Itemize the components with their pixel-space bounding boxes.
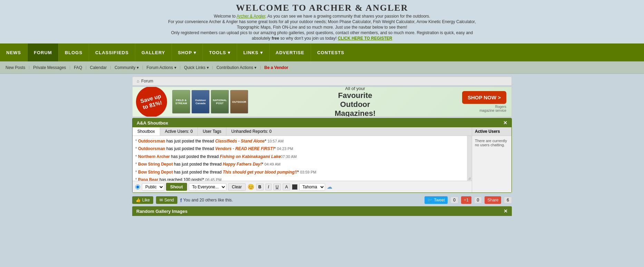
msg-text1: has reached 100 posts!* xyxy=(158,177,205,181)
subnav-sep5: | xyxy=(142,66,143,69)
color-button[interactable]: A xyxy=(283,184,290,190)
bullet: * xyxy=(135,139,138,144)
list-item: * Bow String Depot has just posted the t… xyxy=(135,160,464,168)
nav-shop[interactable]: SHOP ▾ xyxy=(172,43,203,61)
list-item: * Outdoorsman has just posted the thread… xyxy=(135,145,464,152)
user-link[interactable]: Outdoorsman xyxy=(138,139,165,144)
site-link[interactable]: Archer & Angler xyxy=(236,14,265,19)
cloud-button[interactable]: ☁ xyxy=(327,184,332,190)
thread-link[interactable]: Vendors - READ HERE FIRST! xyxy=(215,146,274,151)
like-button[interactable]: 👍 Like xyxy=(132,196,153,204)
italic-button[interactable]: I xyxy=(265,184,271,190)
user-link[interactable]: Bow String Depot xyxy=(138,170,173,175)
msg-text2: * xyxy=(262,162,264,167)
user-link[interactable]: Papa Bear xyxy=(138,177,158,181)
to-dropdown[interactable]: To Everyone... xyxy=(189,183,226,191)
nav-news[interactable]: NEWS xyxy=(0,43,28,61)
welcome-p3: Topographic Maps, Fish ON-Line and so mu… xyxy=(21,25,623,30)
subnav-sep6: | xyxy=(180,66,181,69)
emoji-button[interactable]: 😊 xyxy=(247,184,254,190)
main-nav: NEWS FORUM BLOGS CLASSIFIEDS GALLERY SHO… xyxy=(0,43,644,61)
send-icon: ✉ xyxy=(159,198,163,202)
ad-save-badge[interactable]: Save upto 81%! xyxy=(133,87,170,117)
nav-links[interactable]: LINKS ▾ xyxy=(237,43,270,61)
thread-link[interactable]: Fishing on Kabinakagami Lake xyxy=(220,154,281,159)
forum-link[interactable]: Forum xyxy=(141,79,153,83)
subnav-community[interactable]: Community ▾ xyxy=(112,64,142,71)
msg-text1: has just posted the thread xyxy=(170,154,220,159)
tab-shoutbox[interactable]: Shoutbox xyxy=(133,127,160,136)
msg-time: 03:59 PM xyxy=(300,170,316,174)
user-link[interactable]: Northern Archer xyxy=(138,154,170,159)
subnav-forum-actions[interactable]: Forum Actions ▾ xyxy=(144,64,179,71)
subnav-private-messages[interactable]: Private Messages xyxy=(30,64,69,71)
bullet: * xyxy=(135,146,138,151)
shoutbox-tabs: Shoutbox Active Users: 0 User Tags Unhan… xyxy=(133,127,472,136)
subnav-new-posts[interactable]: New Posts xyxy=(3,64,28,71)
twitter-icon: 🐦 xyxy=(427,198,432,202)
tweet-count: 0 xyxy=(450,197,458,204)
shout-button[interactable]: Shout xyxy=(166,183,187,191)
gplus-count: 0 xyxy=(474,197,482,204)
font-select[interactable]: Tahoma Arial Verdana Georgia xyxy=(299,183,325,191)
site-title: WELCOME TO ARCHER & ANGLER xyxy=(21,3,623,13)
bullet: * xyxy=(135,154,138,159)
thumbs-up-icon: 👍 xyxy=(136,198,141,202)
subnav-sep3: | xyxy=(86,66,87,69)
subnav-be-vendor[interactable]: Be a Vendor xyxy=(262,64,291,71)
user-link[interactable]: Bow String Depot xyxy=(138,162,173,167)
nav-classifieds[interactable]: CLASSIFIEDS xyxy=(89,43,135,61)
nav-blogs[interactable]: BLOGS xyxy=(59,43,89,61)
subnav-calendar[interactable]: Calendar xyxy=(87,64,110,71)
ad-fav: All of your xyxy=(253,87,457,91)
shout-radio[interactable] xyxy=(135,185,140,189)
tab-user-tags[interactable]: User Tags xyxy=(198,127,226,136)
home-icon: ⌂ xyxy=(137,79,139,83)
nav-contests[interactable]: CONTESTS xyxy=(311,43,351,61)
bullet: * xyxy=(135,177,138,181)
list-item: * Northern Archer has just posted the th… xyxy=(135,153,464,160)
ad-outdoor: Favourite xyxy=(253,91,457,100)
gplus-button[interactable]: +1 xyxy=(461,196,471,204)
page-wrapper: ⌂ Forum Save upto 81%! FIELD &STREAM Out… xyxy=(0,77,644,216)
send-button[interactable]: ✉ Send xyxy=(156,196,177,204)
tweet-button[interactable]: 🐦 Tweet xyxy=(425,196,448,204)
subnav-sep2: | xyxy=(69,66,70,69)
breadcrumb: ⌂ Forum xyxy=(132,77,512,86)
thread-link[interactable]: Classifieds - Stand Alone xyxy=(215,139,265,144)
nav-tools[interactable]: TOOLS ▾ xyxy=(203,43,237,61)
share-button[interactable]: Share xyxy=(485,196,501,204)
share-count: 6 xyxy=(504,197,512,204)
shop-now-button[interactable]: SHOP NOW > xyxy=(462,91,506,104)
color-swatch[interactable] xyxy=(292,184,297,190)
list-item: * Outdoorsman has just posted the thread… xyxy=(135,137,464,145)
ad-right: SHOP NOW > Rogersmagazine service xyxy=(462,91,511,112)
nav-gallery[interactable]: GALLERY xyxy=(135,43,172,61)
thread-link[interactable]: This should get your blood pumping!! xyxy=(223,170,297,175)
active-users-sidebar: Active Users There are currently no user… xyxy=(472,127,511,192)
active-users-content: There are currently no users chatting. xyxy=(472,136,511,150)
subnav-contribution-actions[interactable]: Contribution Actions ▾ xyxy=(214,64,259,71)
subnav-faq[interactable]: FAQ xyxy=(71,64,85,71)
gallery-close-icon[interactable]: ✕ xyxy=(504,208,508,214)
underline-button[interactable]: U xyxy=(273,184,281,190)
nav-forum[interactable]: FORUM xyxy=(28,43,59,61)
shoutbox-title: A&A Shoutbox xyxy=(137,120,168,126)
msg-text1: has just posted the thread xyxy=(165,146,215,151)
msg-time: 04:49 AM xyxy=(264,162,280,166)
clear-button[interactable]: Clear xyxy=(228,183,246,191)
msg-time: 10:57 AM xyxy=(267,139,283,143)
shout-type-dropdown[interactable]: Public xyxy=(142,183,164,191)
bold-button[interactable]: B xyxy=(256,184,264,190)
shoutbox-close-icon[interactable]: ✕ xyxy=(503,120,507,126)
user-link[interactable]: Outdoorsman xyxy=(138,146,165,151)
resize-handle[interactable]: ⊿ xyxy=(467,136,472,181)
subnav-quick-links[interactable]: Quick Links ▾ xyxy=(181,64,211,71)
tab-unhandled-reports[interactable]: Unhandled Reports: 0 xyxy=(226,127,276,136)
welcome-p2: For your convenience Archer & Angler has… xyxy=(21,19,623,24)
nav-advertise[interactable]: ADVERTISE xyxy=(270,43,311,61)
thread-link[interactable]: Happy Fathers Day! xyxy=(223,162,262,167)
register-link[interactable]: CLICK HERE TO REGISTER xyxy=(338,36,392,41)
shoutbox-messages[interactable]: * Outdoorsman has just posted the thread… xyxy=(133,136,467,181)
tab-active-users[interactable]: Active Users: 0 xyxy=(160,127,198,136)
